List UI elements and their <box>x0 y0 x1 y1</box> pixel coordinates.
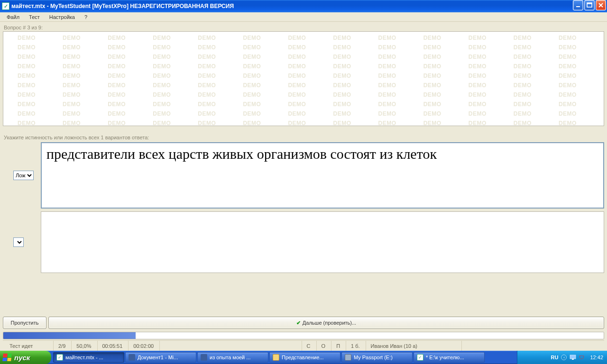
mytest-icon <box>56 354 63 361</box>
tray-expand-icon[interactable]: ‹ <box>561 355 567 360</box>
menu-help[interactable]: ? <box>81 13 91 21</box>
menu-settings[interactable]: Настройка <box>46 13 79 21</box>
answer2-text[interactable] <box>41 211 604 273</box>
progress-fill <box>3 332 136 339</box>
taskbar-task-folder[interactable]: Представление... <box>269 352 340 363</box>
word-icon <box>129 354 135 361</box>
taskbar-tasks: майтест.mtx - ... Документ1 - Mi... из о… <box>51 351 517 364</box>
check-icon: ✔ <box>296 320 301 326</box>
instruction-text: Укажите истинность или ложность всех 1 в… <box>4 135 604 140</box>
answers-area: Лож представители всех царств живых орга… <box>3 142 604 314</box>
windows-flag-icon <box>2 354 12 361</box>
question-box: DEMODEMODEMODEMODEMODEMODEMODEMODEMODEMO… <box>3 31 604 126</box>
skip-button-label: Пропустить <box>11 320 39 326</box>
folder-icon <box>273 354 279 361</box>
status-points: 1 б. <box>346 341 365 351</box>
status-time1: 00:05:51 <box>97 341 128 351</box>
status-progress: 2/9 <box>53 341 70 351</box>
svg-rect-0 <box>576 6 580 7</box>
taskbar-task-drive[interactable]: My Passport (E:) <box>341 352 413 363</box>
status-state: Тест идет <box>5 341 52 351</box>
taskbar-task-word1[interactable]: Документ1 - Mi... <box>125 352 196 363</box>
system-tray[interactable]: RU ‹ 🛡 12:42 <box>517 351 607 364</box>
titlebar: ✓ майтест.mtx - MyTestStudent [MyTestXPr… <box>0 0 607 12</box>
menu-file[interactable]: Файл <box>3 13 23 21</box>
shield-icon[interactable]: 🛡 <box>579 355 584 360</box>
svg-rect-4 <box>572 359 574 360</box>
taskbar-task-word2[interactable]: из опыта моей ... <box>197 352 268 363</box>
answer2-select[interactable] <box>13 237 24 247</box>
next-button[interactable]: ✔ Дальше (проверить)... <box>48 317 604 329</box>
statusbar: Тест идет 2/9 50,0% 00:05:51 00:02:00 С … <box>3 340 604 351</box>
answer1-text[interactable]: представители всех царств живых организм… <box>41 142 604 209</box>
status-time2: 00:02:00 <box>128 341 158 351</box>
progress-bar <box>3 332 604 339</box>
drive-icon <box>345 354 351 361</box>
svg-rect-2 <box>587 3 592 4</box>
status-student: Иванов Иван (10 а) <box>366 341 460 351</box>
taskbar-task-editor[interactable]: * E:\к учителю... <box>414 352 485 363</box>
app-icon: ✓ <box>2 2 9 10</box>
status-p: П <box>331 341 345 351</box>
word-icon <box>201 354 207 361</box>
menu-test[interactable]: Тест <box>25 13 44 21</box>
maximize-button[interactable] <box>584 0 595 10</box>
close-button[interactable] <box>596 0 606 10</box>
monitor-icon[interactable] <box>570 354 576 361</box>
minimize-button[interactable] <box>573 0 583 10</box>
language-indicator[interactable]: RU <box>551 355 559 360</box>
status-o: О <box>316 341 331 351</box>
start-label: пуск <box>14 354 30 362</box>
status-percent: 50,0% <box>71 341 96 351</box>
status-c: С <box>302 341 315 351</box>
clock[interactable]: 12:42 <box>590 355 603 360</box>
svg-rect-3 <box>570 355 576 359</box>
question-header: Вопрос # 3 из 9: <box>4 25 604 30</box>
taskbar-task-mytest[interactable]: майтест.mtx - ... <box>53 352 124 363</box>
start-button[interactable]: пуск <box>0 351 51 364</box>
taskbar: пуск майтест.mtx - ... Документ1 - Mi...… <box>0 351 607 364</box>
next-button-label: Дальше (проверить)... <box>303 320 356 326</box>
answer1-select[interactable]: Лож <box>13 171 34 180</box>
window-title: майтест.mtx - MyTestStudent [MyTestXPro]… <box>11 3 234 9</box>
client-area: Вопрос # 3 из 9: DEMODEMODEMODEMODEMODEM… <box>0 22 607 351</box>
skip-button[interactable]: Пропустить <box>3 317 46 329</box>
menubar: Файл Тест Настройка ? <box>0 12 607 22</box>
mytest-icon <box>417 354 423 361</box>
